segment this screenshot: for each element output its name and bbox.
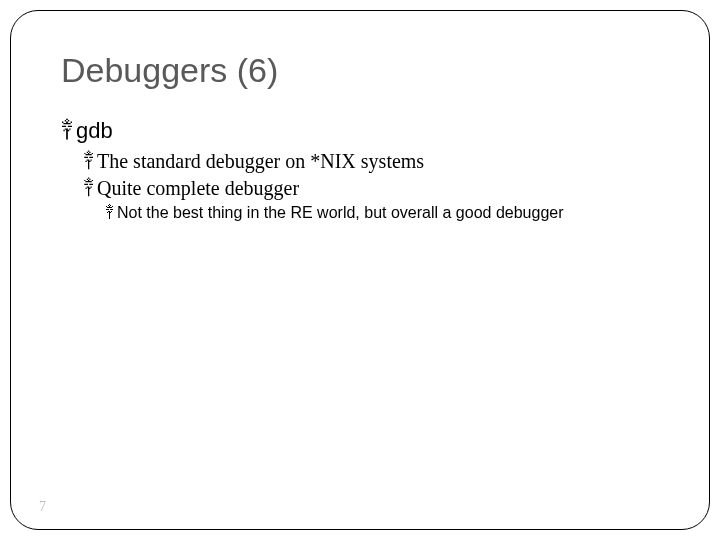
- page-number: 7: [39, 499, 46, 515]
- bullet-icon: ༒: [83, 150, 93, 173]
- bullet-text: Quite complete debugger: [97, 177, 299, 200]
- bullet-icon: ༒: [105, 204, 113, 222]
- bullet-level2: ༒ The standard debugger on *NIX systems: [83, 150, 659, 173]
- bullet-level3: ༒ Not the best thing in the RE world, bu…: [105, 204, 659, 222]
- bullet-level2: ༒ Quite complete debugger: [83, 177, 659, 200]
- bullet-text: Not the best thing in the RE world, but …: [117, 204, 564, 222]
- slide-frame: Debuggers (6) ༒ gdb ༒ The standard debug…: [10, 10, 710, 530]
- bullet-text: The standard debugger on *NIX systems: [97, 150, 424, 173]
- bullet-text: gdb: [76, 118, 113, 144]
- bullet-level1: ༒ gdb: [61, 118, 659, 144]
- bullet-icon: ༒: [83, 177, 93, 200]
- slide-title: Debuggers (6): [61, 51, 659, 90]
- bullet-icon: ༒: [61, 118, 72, 144]
